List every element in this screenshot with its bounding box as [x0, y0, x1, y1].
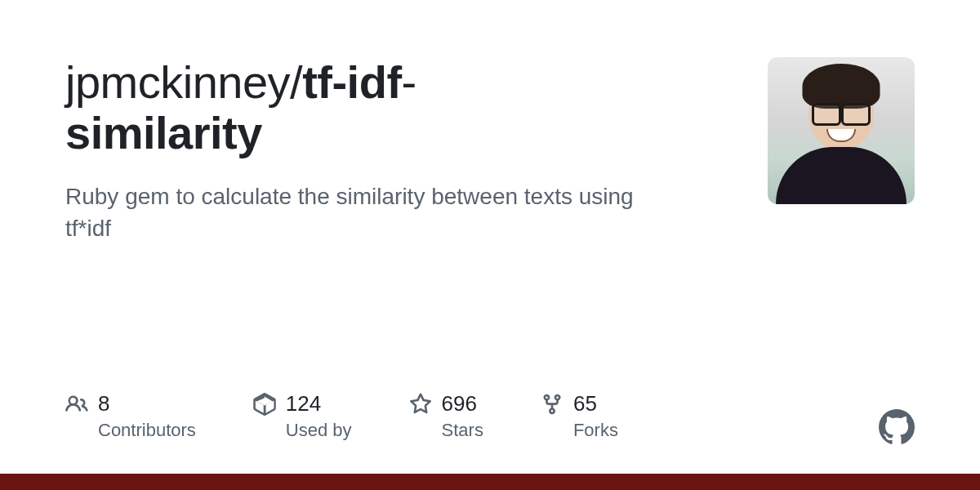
- fork-icon: [541, 393, 564, 416]
- repo-description: Ruby gem to calculate the similarity bet…: [65, 180, 653, 244]
- stat-count: 696: [442, 391, 483, 416]
- repo-title[interactable]: jpmckinney/tf-idf-similarity: [65, 57, 719, 158]
- stat-count: 8: [98, 391, 196, 416]
- repo-stats: 8 Contributors 124 Used by 696 Stars 65 …: [65, 391, 618, 441]
- stat-count: 65: [573, 391, 618, 416]
- stat-count: 124: [286, 391, 352, 416]
- slash-separator: /: [290, 56, 302, 108]
- accent-bar: [0, 474, 980, 490]
- repo-name-bold-2: similarity: [65, 107, 262, 158]
- package-dependents-icon: [253, 393, 276, 416]
- hyphen: -: [402, 56, 416, 108]
- stat-forks[interactable]: 65 Forks: [541, 391, 618, 441]
- repo-name-bold: tf-idf: [302, 56, 401, 108]
- avatar[interactable]: [768, 57, 915, 204]
- repo-info: jpmckinney/tf-idf-similarity Ruby gem to…: [65, 57, 719, 245]
- stat-label: Used by: [286, 420, 352, 441]
- repo-owner: jpmckinney: [65, 56, 290, 108]
- github-logo-icon[interactable]: [879, 409, 915, 445]
- people-icon: [65, 393, 88, 416]
- stat-usedby[interactable]: 124 Used by: [253, 391, 352, 441]
- star-icon: [409, 393, 432, 416]
- stat-label: Contributors: [98, 420, 196, 441]
- stat-contributors[interactable]: 8 Contributors: [65, 391, 196, 441]
- stat-label: Stars: [442, 420, 483, 441]
- stat-stars[interactable]: 696 Stars: [409, 391, 483, 441]
- stat-label: Forks: [573, 420, 618, 441]
- repo-card: jpmckinney/tf-idf-similarity Ruby gem to…: [0, 0, 980, 245]
